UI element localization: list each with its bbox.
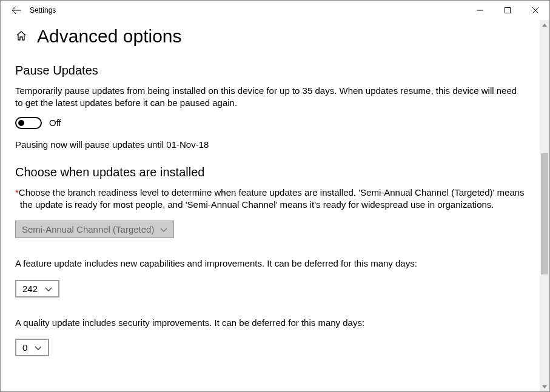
minimize-icon <box>477 7 483 13</box>
page-header: Advanced options <box>15 26 525 47</box>
content-wrapper: Advanced options Pause Updates Temporari… <box>1 20 549 391</box>
feature-defer-select[interactable]: 242 <box>15 280 59 297</box>
chevron-up-icon <box>542 24 547 27</box>
scroll-up-button[interactable] <box>540 20 549 30</box>
pause-toggle[interactable] <box>15 117 42 129</box>
branch-readiness-select: Semi-Annual Channel (Targeted) <box>15 221 174 238</box>
pause-until-text: Pausing now will pause updates until 01-… <box>15 139 525 151</box>
feature-defer-value: 242 <box>22 284 38 294</box>
scroll-down-button[interactable] <box>540 382 549 391</box>
chevron-down-icon <box>160 224 167 234</box>
branch-description-text: Choose the branch readiness level to det… <box>19 187 525 210</box>
branch-description: *Choose the branch readiness level to de… <box>15 187 525 211</box>
page-title: Advanced options <box>37 26 182 47</box>
close-button[interactable] <box>521 1 549 20</box>
house-icon <box>15 30 27 42</box>
toggle-knob <box>18 120 24 126</box>
feature-defer-text: A feature update includes new capabiliti… <box>15 257 525 270</box>
vertical-scrollbar[interactable] <box>540 20 549 391</box>
quality-defer-select[interactable]: 0 <box>15 339 49 356</box>
choose-heading: Choose when updates are installed <box>15 165 525 179</box>
window-controls <box>466 1 549 20</box>
svg-rect-0 <box>505 8 511 13</box>
close-icon <box>532 7 538 13</box>
chevron-down-icon <box>35 342 42 353</box>
titlebar: Settings <box>1 1 549 20</box>
quality-defer-text: A quality update includes security impro… <box>15 317 525 329</box>
back-button[interactable] <box>5 1 27 20</box>
pause-toggle-row: Off <box>15 117 525 129</box>
maximize-button[interactable] <box>494 1 521 20</box>
chevron-down-icon <box>542 385 547 388</box>
scroll-thumb[interactable] <box>541 153 548 274</box>
pause-toggle-label: Off <box>49 118 61 128</box>
maximize-icon <box>505 7 511 13</box>
home-icon[interactable] <box>15 30 27 44</box>
minimize-button[interactable] <box>466 1 494 20</box>
chevron-down-icon <box>45 284 52 294</box>
quality-defer-value: 0 <box>22 342 27 353</box>
branch-readiness-value: Semi-Annual Channel (Targeted) <box>22 224 154 234</box>
arrow-left-icon <box>12 5 21 15</box>
pause-description: Temporarily pause updates from being ins… <box>15 85 525 110</box>
pause-heading: Pause Updates <box>15 64 525 78</box>
app-title: Settings <box>30 6 56 15</box>
content: Advanced options Pause Updates Temporari… <box>1 20 540 371</box>
